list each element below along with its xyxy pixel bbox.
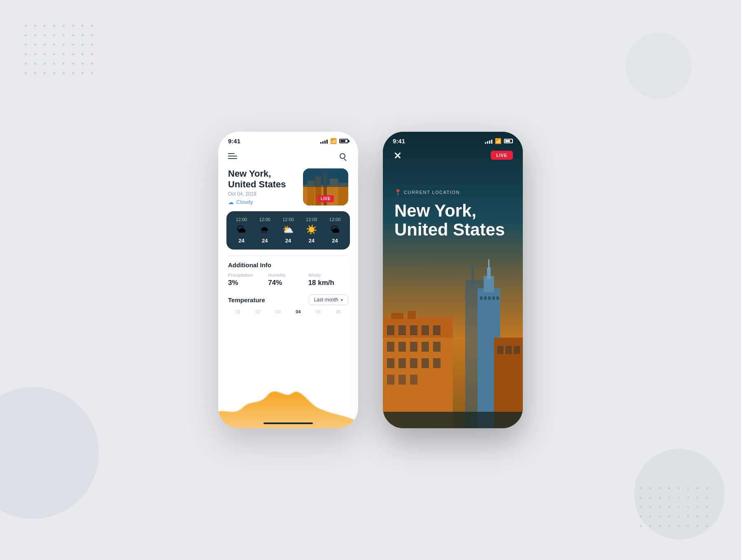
battery-icon-dark xyxy=(504,139,513,143)
chart-labels: 01 02 03 04 05 06 xyxy=(218,309,358,314)
forecast-icon-2: 🌧 xyxy=(260,224,269,235)
location-text: New York, United States Oct 04, 2019 ☁ C… xyxy=(228,168,286,205)
search-icon xyxy=(340,153,345,159)
forecast-icon-3: ⛅ xyxy=(282,224,294,235)
forecast-item-5: 12:00 🌥 24 xyxy=(329,217,341,244)
svg-rect-24 xyxy=(398,325,406,335)
dark-city-name: New York, United States xyxy=(383,201,523,239)
chart-label-1: 01 xyxy=(235,309,240,314)
weather-condition: ☁ Cloudy xyxy=(228,199,286,205)
forecast-item-1: 12:00 🌥 24 xyxy=(236,217,247,244)
forecast-time-3: 12:00 xyxy=(282,217,294,222)
svg-rect-29 xyxy=(398,342,406,352)
svg-rect-45 xyxy=(391,313,403,319)
temperature-chart: 01 02 03 04 05 06 xyxy=(218,309,358,428)
status-bar-dark: 9:41 📶 xyxy=(383,132,523,147)
forecast-temp-5: 24 xyxy=(332,238,338,244)
svg-rect-25 xyxy=(410,325,417,335)
current-location-label: CURRENT LOCATION xyxy=(404,190,460,195)
svg-rect-43 xyxy=(506,346,512,354)
wifi-icon-dark: 📶 xyxy=(495,138,501,144)
building-illustration xyxy=(383,255,523,428)
temperature-header: Temperature Last month ▾ xyxy=(218,291,358,309)
forecast-time-2: 12:00 xyxy=(259,217,270,222)
precipitation-info: Precipitation 3% xyxy=(228,273,268,287)
svg-rect-44 xyxy=(514,346,520,354)
status-icons-light: 📶 xyxy=(320,138,348,144)
windy-label: Windy xyxy=(308,273,348,278)
svg-rect-42 xyxy=(497,346,503,354)
status-icons-dark: 📶 xyxy=(485,138,513,144)
city-name-light: New York, United States xyxy=(228,168,286,190)
chart-label-2: 02 xyxy=(256,309,261,314)
svg-rect-23 xyxy=(387,325,394,335)
nav-bar-light xyxy=(218,147,358,166)
battery-icon xyxy=(339,139,348,143)
svg-rect-35 xyxy=(410,358,417,368)
chart-label-6: 06 xyxy=(336,309,340,314)
location-pin-icon: 📍 xyxy=(394,189,401,196)
live-thumbnail[interactable]: LIVE xyxy=(303,168,348,205)
period-dropdown[interactable]: Last month ▾ xyxy=(309,294,348,305)
svg-rect-47 xyxy=(383,412,523,428)
forecast-item-3: 12:00 ⛅ 24 xyxy=(282,217,294,244)
svg-rect-31 xyxy=(422,342,429,352)
status-bar-light: 9:41 📶 xyxy=(218,132,358,147)
forecast-item-2: 12:00 🌧 24 xyxy=(259,217,270,244)
svg-rect-34 xyxy=(398,358,406,368)
svg-rect-16 xyxy=(480,296,482,300)
svg-rect-26 xyxy=(422,325,429,335)
humidity-value: 74% xyxy=(268,279,308,287)
forecast-temp-3: 24 xyxy=(285,238,291,244)
location-header: New York, United States Oct 04, 2019 ☁ C… xyxy=(218,166,358,211)
forecast-time-1: 12:00 xyxy=(236,217,247,222)
forecast-item-4: 12:00 ☀️ 24 xyxy=(306,217,317,244)
svg-rect-20 xyxy=(496,296,499,300)
svg-rect-32 xyxy=(433,342,440,352)
forecast-icon-1: 🌥 xyxy=(237,224,246,235)
forecast-temp-4: 24 xyxy=(309,238,315,244)
chart-label-4: 04 xyxy=(296,309,301,314)
svg-rect-36 xyxy=(422,358,429,368)
humidity-info: Humidity 74% xyxy=(268,273,308,287)
forecast-time-5: 12:00 xyxy=(329,217,341,222)
info-row: Precipitation 3% Humidity 74% Windy 18 k… xyxy=(228,273,348,287)
condition-text: Cloudy xyxy=(236,199,253,205)
dark-nav-bar: LIVE xyxy=(383,147,523,164)
additional-info: Additional Info Precipitation 3% Humidit… xyxy=(218,261,358,291)
live-badge-dark[interactable]: LIVE xyxy=(491,151,513,160)
wifi-icon: 📶 xyxy=(330,138,337,144)
phone-dark: 9:41 📶 LIVE 📍 CURRENT LOCATI xyxy=(383,132,523,428)
svg-rect-38 xyxy=(387,375,394,385)
cloud-icon: ☁ xyxy=(228,199,234,205)
chart-label-3: 03 xyxy=(276,309,281,314)
additional-info-title: Additional Info xyxy=(228,261,348,268)
forecast-icon-4: ☀️ xyxy=(306,224,317,235)
live-badge-thumbnail: LIVE xyxy=(317,195,334,202)
svg-rect-30 xyxy=(410,342,417,352)
time-dark: 9:41 xyxy=(393,138,405,145)
dropdown-label: Last month xyxy=(314,297,338,303)
precipitation-value: 3% xyxy=(228,279,268,287)
close-button[interactable] xyxy=(393,150,403,160)
svg-rect-33 xyxy=(387,358,394,368)
svg-rect-18 xyxy=(488,296,491,300)
signal-icon-dark xyxy=(485,139,492,144)
windy-value: 18 km/h xyxy=(308,279,348,287)
divider-1 xyxy=(228,255,348,256)
humidity-label: Humidity xyxy=(268,273,308,278)
forecast-icon-5: 🌥 xyxy=(331,224,340,235)
svg-rect-39 xyxy=(398,375,406,385)
svg-rect-14 xyxy=(487,268,491,279)
home-indicator-light xyxy=(263,422,313,424)
forecast-temp-1: 24 xyxy=(238,238,244,244)
svg-rect-28 xyxy=(387,342,394,352)
signal-icon xyxy=(320,139,328,144)
time-light: 9:41 xyxy=(228,138,240,145)
chart-svg-container xyxy=(218,375,358,428)
location-date: Oct 04, 2019 xyxy=(228,191,286,197)
precipitation-label: Precipitation xyxy=(228,273,268,278)
menu-icon[interactable] xyxy=(228,153,237,159)
svg-rect-46 xyxy=(408,311,416,319)
search-button[interactable] xyxy=(337,150,348,162)
